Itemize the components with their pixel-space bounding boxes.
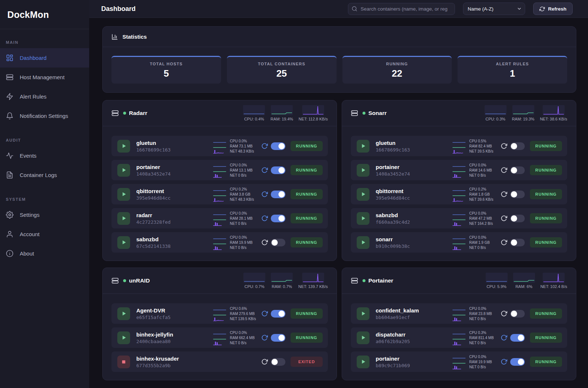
cpu-sparkline <box>486 273 508 283</box>
metric-net: NET 0 B/s <box>452 245 497 250</box>
container-name: sabnzbd <box>376 212 410 218</box>
sort-select[interactable]: Name (A-Z) <box>463 3 525 15</box>
auto-restart-toggle[interactable] <box>271 191 285 198</box>
start-container-button[interactable] <box>117 236 130 249</box>
metric-cpu-label: CPU 0.2% <box>469 187 497 191</box>
auto-restart-toggle[interactable] <box>510 191 525 198</box>
metric-cpu-label: CPU 0.3% <box>469 331 497 335</box>
container-row: sabnzbd67c5d2141338CPU 0.0%RAM 19.9 MBNE… <box>111 232 328 253</box>
restart-container-button[interactable] <box>261 358 268 365</box>
sidebar-item-notification-settings[interactable]: Notification Settings <box>0 106 89 126</box>
auto-restart-toggle[interactable] <box>271 215 285 222</box>
start-container-button[interactable] <box>117 188 130 201</box>
sidebar-item-settings[interactable]: Settings <box>0 205 89 224</box>
restart-container-button[interactable] <box>501 191 507 197</box>
metric-ram: RAM 28.1 MB <box>212 216 258 221</box>
start-container-button[interactable] <box>357 140 369 153</box>
sidebar-item-container-logs[interactable]: Container Logs <box>0 165 89 185</box>
sidebar-item-account[interactable]: Account <box>0 224 89 244</box>
restart-container-button[interactable] <box>261 334 268 341</box>
metric-ram: RAM 73.1 MB <box>212 144 258 149</box>
search-input[interactable] <box>348 3 455 15</box>
cpu-sparkline <box>243 105 265 115</box>
start-container-button[interactable] <box>117 307 130 320</box>
start-container-button[interactable] <box>357 164 369 177</box>
status-badge: EXITED <box>291 357 323 367</box>
stop-container-button[interactable] <box>117 356 130 368</box>
auto-restart-toggle[interactable] <box>510 239 525 246</box>
sidebar-item-dashboard[interactable]: Dashboard <box>0 48 89 68</box>
start-container-button[interactable] <box>357 307 369 320</box>
start-container-button[interactable] <box>357 236 369 249</box>
sidebar-item-about[interactable]: About <box>0 244 89 263</box>
start-container-button[interactable] <box>117 140 130 153</box>
container-name: gluetun <box>376 140 410 146</box>
restart-container-button[interactable] <box>261 310 268 317</box>
auto-restart-toggle[interactable] <box>510 142 525 150</box>
start-container-button[interactable] <box>117 212 130 225</box>
start-container-button[interactable] <box>117 164 130 177</box>
auto-restart-toggle[interactable] <box>271 310 285 318</box>
statistics-panel: Statistics TOTAL HOSTS5TOTAL CONTAINERS2… <box>102 26 576 93</box>
container-metrics: CPU 0.0%RAM 73.1 MBNET 48.3 KB/s <box>212 139 258 154</box>
auto-restart-toggle[interactable] <box>271 239 285 246</box>
auto-restart-toggle[interactable] <box>510 215 525 222</box>
metric-ram: RAM 23.8 MB <box>452 311 497 316</box>
metric-net: NET 0 B/s <box>452 316 497 321</box>
auto-restart-toggle[interactable] <box>271 142 285 150</box>
auto-restart-toggle[interactable] <box>271 334 285 342</box>
restart-container-button[interactable] <box>261 215 268 222</box>
net-sparkline <box>302 105 324 115</box>
restart-container-button[interactable] <box>501 310 507 317</box>
auto-restart-toggle[interactable] <box>510 334 525 342</box>
auto-restart-toggle[interactable] <box>510 166 525 174</box>
ram-sparkline <box>512 105 534 115</box>
toggle-knob <box>511 191 517 197</box>
stat-card-alert-rules: ALERT RULES1 <box>458 56 567 84</box>
host-card-sonarr: SonarrCPU: 0.3%RAM: 19.3%NET: 38.6 KB/sg… <box>342 100 576 261</box>
restart-container-button[interactable] <box>501 358 507 365</box>
sidebar-item-label: Account <box>20 231 39 237</box>
restart-container-button[interactable] <box>261 167 268 173</box>
play-icon <box>361 311 366 316</box>
auto-restart-toggle[interactable] <box>271 166 285 174</box>
refresh-button[interactable]: Refresh <box>533 3 573 15</box>
auto-restart-toggle[interactable] <box>510 310 525 318</box>
metric-ram-label: RAM 82.4 MB <box>469 144 497 148</box>
restart-icon <box>501 167 507 173</box>
start-container-button[interactable] <box>357 188 369 201</box>
host-cpu-label: CPU: 5.9% <box>486 284 506 289</box>
container-id: 16678699c163 <box>136 147 171 153</box>
main-area: Dashboard Name (A-Z) Refresh <box>89 0 588 388</box>
start-container-button[interactable] <box>357 331 369 344</box>
row-controls: CPU 0.0%RAM 28.1 MBNET 0 B/sRUNNING <box>212 211 323 226</box>
row-controls: CPU 0.0%RAM 13.1 MBNET 0 B/sRUNNING <box>212 163 323 178</box>
status-badge: RUNNING <box>291 237 323 247</box>
restart-container-button[interactable] <box>261 191 268 197</box>
restart-container-button[interactable] <box>501 215 507 222</box>
container-name: Agent-DVR <box>136 307 171 314</box>
sidebar-item-events[interactable]: Events <box>0 146 89 165</box>
auto-restart-toggle[interactable] <box>510 358 525 366</box>
app-title: DockMon <box>7 9 82 20</box>
restart-container-button[interactable] <box>261 239 268 246</box>
restart-container-button[interactable] <box>501 334 507 341</box>
play-icon <box>121 192 126 197</box>
cpu-sparkline <box>452 330 466 335</box>
row-controls: CPU 0.0%RAM 19.9 MBNET 0 B/sRUNNING <box>452 354 562 369</box>
start-container-button[interactable] <box>117 331 130 344</box>
sidebar-item-host-management[interactable]: Host Management <box>0 68 89 87</box>
restart-container-button[interactable] <box>501 239 507 246</box>
restart-container-button[interactable] <box>501 167 507 173</box>
start-container-button[interactable] <box>357 356 369 368</box>
auto-restart-toggle[interactable] <box>271 358 285 366</box>
restart-icon <box>261 191 268 197</box>
container-id: 67c5d2141338 <box>136 243 171 249</box>
restart-container-button[interactable] <box>261 143 268 149</box>
container-row: qbittorrent395e946d84ccCPU 0.2%RAM 1.8 G… <box>351 184 567 204</box>
play-icon <box>361 240 366 245</box>
start-container-button[interactable] <box>357 212 369 225</box>
sidebar-item-alert-rules[interactable]: Alert Rules <box>0 87 89 106</box>
restart-container-button[interactable] <box>501 143 507 149</box>
metric-net: NET 0 B/s <box>212 245 258 250</box>
